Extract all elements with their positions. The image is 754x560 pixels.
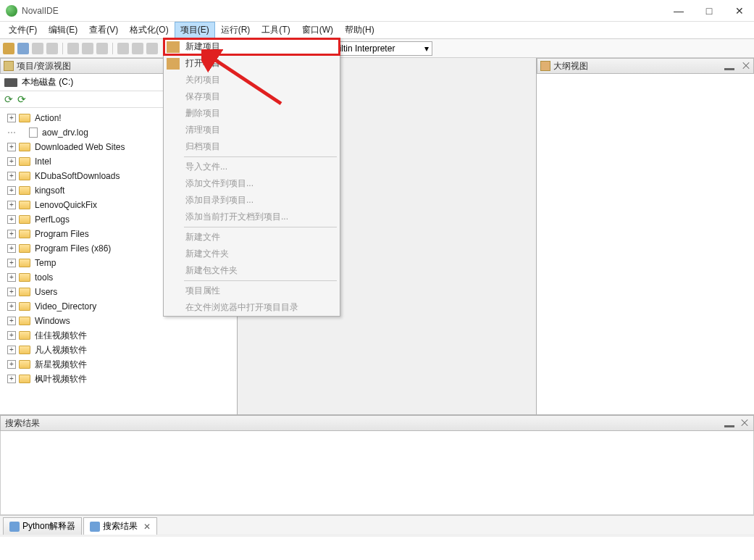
expand-icon[interactable]: + (7, 157, 16, 166)
toolbar-cut-icon[interactable] (117, 43, 129, 54)
menu-item-label: 导入文件... (185, 161, 227, 173)
tree-item-label: Program Files (35, 229, 89, 239)
panel-close-icon[interactable] (742, 62, 750, 70)
expand-icon[interactable]: + (7, 201, 16, 209)
toolbar-new-icon[interactable] (3, 43, 14, 54)
toolbar-save-icon[interactable] (32, 43, 43, 54)
panel-minimize-icon[interactable] (724, 68, 734, 70)
toolbar-saveall-icon[interactable] (46, 43, 58, 54)
menu-separator (184, 227, 337, 227)
tree-item-label: kingsoft (35, 185, 64, 196)
bottom-area: 搜索结果 Python解释器搜索结果✕ (0, 414, 754, 534)
interpreter-dropdown[interactable]: uiltin Interpreter ▾ (331, 41, 432, 56)
bottom-tab[interactable]: Python解释器 (3, 517, 82, 535)
titlebar: NovalIDE — □ ✕ (0, 0, 754, 22)
project-panel-icon (4, 61, 14, 71)
panel-minimize-icon[interactable] (724, 425, 734, 427)
menu-item-新建包文件夹: 新建包文件夹 (164, 262, 340, 279)
menu-item-8[interactable]: 帮助(H) (339, 22, 380, 38)
menu-item-icon (167, 178, 180, 190)
tree-item[interactable]: +枫叶视频软件 (0, 372, 237, 386)
menu-item-4[interactable]: 项目(E) (175, 22, 215, 38)
output-panel-title: 搜索结果 (5, 417, 40, 430)
expand-icon[interactable]: + (7, 143, 16, 151)
expand-icon[interactable]: + (7, 317, 16, 325)
expand-icon[interactable]: + (7, 375, 16, 383)
minimize-button[interactable]: — (670, 5, 687, 17)
folder-icon (19, 114, 30, 122)
tree-item[interactable]: +凡人视频软件 (0, 343, 237, 357)
folder-icon (19, 302, 30, 311)
expand-icon[interactable]: + (7, 259, 16, 267)
maximize-button[interactable]: □ (700, 5, 718, 17)
bottom-tab[interactable]: 搜索结果✕ (83, 517, 157, 535)
refresh-icon[interactable]: ⟳ (4, 93, 13, 105)
expand-icon[interactable]: + (7, 186, 16, 195)
menu-item-label: 添加文件到项目... (185, 177, 254, 190)
expand-icon[interactable]: + (7, 230, 16, 238)
toolbar-separator (62, 43, 63, 54)
app-title: NovalIDE (22, 6, 670, 16)
toolbar-print-icon[interactable] (67, 43, 79, 54)
menu-item-新建项目[interactable]: 新建项目 (164, 38, 340, 55)
expand-icon[interactable]: + (7, 114, 16, 122)
expand-icon[interactable]: + (7, 331, 16, 340)
menu-separator (184, 280, 337, 281)
tree-item[interactable]: +佳佳视频软件 (0, 328, 237, 343)
menu-item-label: 保存项目 (185, 91, 220, 103)
expand-icon[interactable]: + (7, 244, 16, 253)
folder-icon (19, 215, 30, 224)
file-icon (29, 128, 38, 138)
outline-panel-header: 大纲视图 (537, 58, 754, 74)
menu-item-icon (167, 91, 180, 103)
expand-icon[interactable]: + (7, 346, 16, 354)
bottom-tabs: Python解释器搜索结果✕ (0, 515, 754, 534)
menu-item-5[interactable]: 运行(R) (215, 22, 256, 38)
tab-label: 搜索结果 (103, 520, 138, 532)
expand-icon[interactable]: + (7, 302, 16, 311)
tab-icon (9, 522, 20, 532)
toolbar-paste-icon[interactable] (146, 43, 158, 54)
menu-item-添加当前打开文档到项目...: 添加当前打开文档到项目... (164, 209, 340, 225)
menu-item-新建文件夹: 新建文件夹 (164, 246, 340, 262)
menu-item-6[interactable]: 工具(T) (256, 22, 296, 38)
output-content[interactable] (0, 431, 754, 515)
expand-icon[interactable]: + (7, 215, 16, 224)
tab-icon (90, 522, 100, 532)
menu-item-icon (167, 248, 180, 260)
tab-close-icon[interactable]: ✕ (143, 522, 151, 532)
toolbar-copy-icon[interactable] (132, 43, 143, 54)
folder-icon (19, 201, 30, 209)
menu-item-打开项目[interactable]: 打开项目 (164, 55, 340, 72)
menu-item-icon (167, 212, 180, 223)
tree-item[interactable]: +新星视频软件 (0, 357, 237, 372)
project-menu: 新建项目打开项目关闭项目保存项目删除项目清理项目归档项目导入文件...添加文件到… (163, 38, 340, 317)
menu-item-7[interactable]: 窗口(W) (296, 22, 339, 38)
menu-item-label: 新建项目 (185, 41, 220, 53)
toolbar-replace-icon[interactable] (96, 43, 108, 54)
expand-icon[interactable]: + (7, 273, 16, 282)
menubar: 文件(F)编辑(E)查看(V)格式化(O)项目(E)运行(R)工具(T)窗口(W… (0, 22, 754, 39)
expand-icon[interactable]: + (7, 172, 16, 180)
menu-item-icon (167, 41, 180, 53)
expand-icon[interactable]: + (7, 360, 16, 369)
folder-icon (19, 360, 30, 369)
menu-item-icon (167, 141, 180, 153)
toolbar-open-icon[interactable] (17, 43, 29, 54)
toolbar: uiltin Interpreter ▾ (0, 39, 754, 58)
menu-item-icon (167, 302, 180, 314)
menu-item-3[interactable]: 格式化(O) (124, 22, 174, 38)
refresh-all-icon[interactable]: ⟳ (17, 93, 26, 105)
panel-close-icon[interactable] (740, 419, 749, 427)
menu-item-1[interactable]: 编辑(E) (43, 22, 83, 38)
expand-icon[interactable]: + (7, 288, 16, 296)
menu-item-icon (167, 195, 180, 206)
tree-item-label: tools (35, 272, 53, 283)
folder-icon (19, 331, 30, 340)
tree-item-label: Program Files (x86) (35, 243, 111, 254)
close-button[interactable]: ✕ (731, 5, 748, 17)
toolbar-find-icon[interactable] (82, 43, 93, 54)
menu-item-2[interactable]: 查看(V) (83, 22, 124, 38)
menu-item-0[interactable]: 文件(F) (3, 22, 43, 38)
window-controls: — □ ✕ (670, 5, 748, 17)
